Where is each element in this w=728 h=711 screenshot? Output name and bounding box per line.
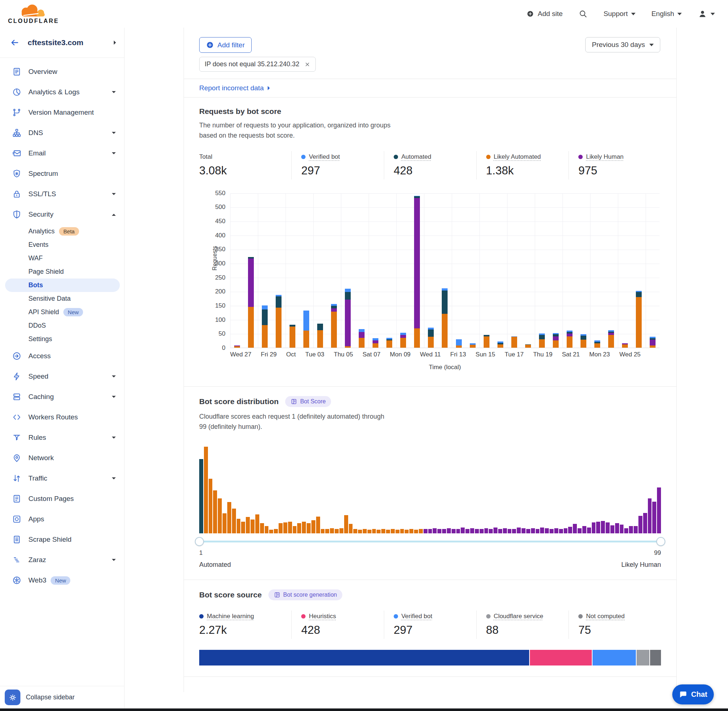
stacked-bar: [317, 324, 323, 348]
sidebar-item-api-shield[interactable]: API ShieldNew: [0, 305, 124, 319]
caching-icon: [12, 392, 22, 401]
user-icon: [698, 9, 707, 19]
account-menu[interactable]: [698, 9, 715, 19]
bar-slot: [424, 193, 438, 348]
slider-handle-max[interactable]: [656, 537, 665, 546]
histogram-bar-score-50: [428, 529, 432, 533]
bar-segment-likely-automated: [580, 340, 586, 348]
sidebar-item-sensitive-data[interactable]: Sensitive Data: [0, 292, 124, 305]
add-site-button[interactable]: Add site: [526, 10, 563, 18]
site-header: cftestsite3.com: [0, 28, 124, 58]
sidebar-item-label: Network: [28, 454, 118, 462]
language-menu[interactable]: English: [651, 10, 682, 18]
histogram-bar-score-96: [643, 513, 647, 533]
slider-track[interactable]: [199, 541, 661, 543]
sidebar-item-dns[interactable]: DNS: [0, 123, 124, 143]
report-incorrect-data-link[interactable]: Report incorrect data: [199, 84, 271, 92]
sidebar-item-spectrum[interactable]: Spectrum: [0, 164, 124, 184]
stat-label-text[interactable]: Heuristics: [309, 613, 336, 620]
search-button[interactable]: [579, 9, 588, 18]
sidebar-item-label: DNS: [28, 129, 111, 137]
support-menu[interactable]: Support: [604, 10, 635, 18]
sidebar-item-analytics-logs[interactable]: Analytics & Logs: [0, 82, 124, 102]
sidebar-item-bots[interactable]: Bots: [5, 279, 120, 292]
sidebar-item-caching[interactable]: Caching: [0, 386, 124, 407]
stat-label-text[interactable]: Cloudflare service: [494, 613, 543, 620]
source-stat-not-computed: Not computed75: [569, 611, 661, 639]
date-range-dropdown[interactable]: Previous 30 days: [585, 37, 660, 52]
sidebar-subitem-label: Page Shield: [28, 268, 64, 276]
sidebar-item-page-shield[interactable]: Page Shield: [0, 265, 124, 279]
sidebar-item-overview[interactable]: Overview: [0, 62, 124, 82]
bar-segment-likely-automated: [289, 326, 295, 348]
bot-score-generation-badge[interactable]: Bot score generation: [269, 589, 343, 600]
sidebar-item-waf[interactable]: WAF: [0, 252, 124, 265]
settings-gear-button[interactable]: [5, 689, 21, 705]
stat-label: Heuristics: [301, 613, 384, 620]
bar-segment-verified-bot: [345, 289, 351, 292]
sidebar-item-ddos[interactable]: DDoS: [0, 319, 124, 332]
back-arrow-icon[interactable]: [9, 37, 20, 48]
histogram-bar-score-54: [447, 528, 451, 533]
collapse-sidebar-button[interactable]: Collapse sidebar: [26, 693, 75, 701]
bar-segment-likely-automated: [553, 341, 559, 347]
sidebar-item-rules[interactable]: Rules: [0, 428, 124, 448]
sidebar-item-network[interactable]: Network: [0, 448, 124, 468]
stacked-bar: [553, 333, 559, 348]
stacked-bar: [622, 343, 628, 348]
histogram-bar-score-5: [218, 499, 222, 533]
histogram-bar-score-97: [648, 499, 652, 533]
stat-label-text[interactable]: Automated: [401, 153, 431, 161]
sidebar-item-apps[interactable]: Apps: [0, 509, 124, 530]
sidebar-item-speed[interactable]: Speed: [0, 366, 124, 386]
histogram-bar-score-69: [517, 528, 521, 533]
filter-chip[interactable]: IP does not equal 35.212.240.32: [199, 57, 316, 72]
stat-label-text[interactable]: Verified bot: [309, 153, 340, 161]
stat-label-text[interactable]: Likely Human: [586, 153, 623, 161]
stat-label-text[interactable]: Verified bot: [401, 613, 432, 620]
sidebar-item-web3[interactable]: Web3New: [0, 570, 124, 590]
sidebar-item-ssl-tls[interactable]: SSL/TLS: [0, 184, 124, 204]
histogram-bar-score-45: [405, 530, 409, 533]
chevron-right-icon[interactable]: [113, 40, 117, 45]
sidebar-item-traffic[interactable]: Traffic: [0, 468, 124, 488]
chevron-up-icon: [111, 213, 116, 216]
histogram-bar-score-41: [386, 530, 390, 533]
y-axis-label: Requests: [211, 246, 218, 270]
sidebar-item-email[interactable]: Email: [0, 143, 124, 164]
stat-label-text[interactable]: Likely Automated: [494, 153, 541, 161]
sidebar-item-security[interactable]: Security: [0, 204, 124, 225]
chat-button[interactable]: Chat: [672, 684, 714, 704]
histogram-bar-score-39: [377, 530, 381, 533]
sidebar-item-version-management[interactable]: Version Management: [0, 102, 124, 123]
sidebar-item-custom-pages[interactable]: Custom Pages: [0, 488, 124, 509]
sidebar-item-access[interactable]: Access: [0, 346, 124, 366]
stacked-bar: [428, 327, 434, 348]
stat-value: 88: [486, 624, 569, 637]
card-description: The number of requests to your applicati…: [199, 121, 392, 141]
sidebar-item-zaraz[interactable]: Zaraz: [0, 550, 124, 570]
bot-score-badge[interactable]: Bot Score: [285, 396, 331, 407]
source-stats-row: Machine learning2.27kHeuristics428Verifi…: [199, 611, 661, 639]
histogram-bar-score-87: [601, 521, 605, 533]
histogram-bar-score-46: [409, 529, 413, 533]
sidebar-item-settings[interactable]: Settings: [0, 332, 124, 346]
histogram-bar-score-18: [279, 523, 283, 533]
sidebar-item-scrape-shield[interactable]: Scrape Shield: [0, 530, 124, 550]
sidebar-item-events[interactable]: Events: [0, 238, 124, 252]
histogram-bar-score-80: [568, 527, 572, 533]
sidebar-item-label: Workers Routes: [28, 413, 118, 421]
sidebar-item-analytics[interactable]: AnalyticsBeta: [0, 225, 124, 238]
slider-handle-min[interactable]: [195, 537, 204, 546]
sidebar-item-label: Web3: [28, 576, 46, 584]
close-icon[interactable]: [304, 62, 310, 67]
stat-label-text[interactable]: Machine learning: [207, 613, 254, 620]
add-filter-button[interactable]: Add filter: [199, 37, 252, 53]
sidebar-item-workers-routes[interactable]: Workers Routes: [0, 407, 124, 428]
stat-label: Total: [199, 153, 291, 161]
stat-label-text[interactable]: Not computed: [586, 613, 625, 620]
y-tick-label: 200: [201, 288, 226, 295]
chevron-down-icon: [111, 395, 116, 399]
bar-slot: [258, 193, 272, 348]
requests-by-bot-score-card: Requests by bot score The number of requ…: [184, 97, 676, 386]
